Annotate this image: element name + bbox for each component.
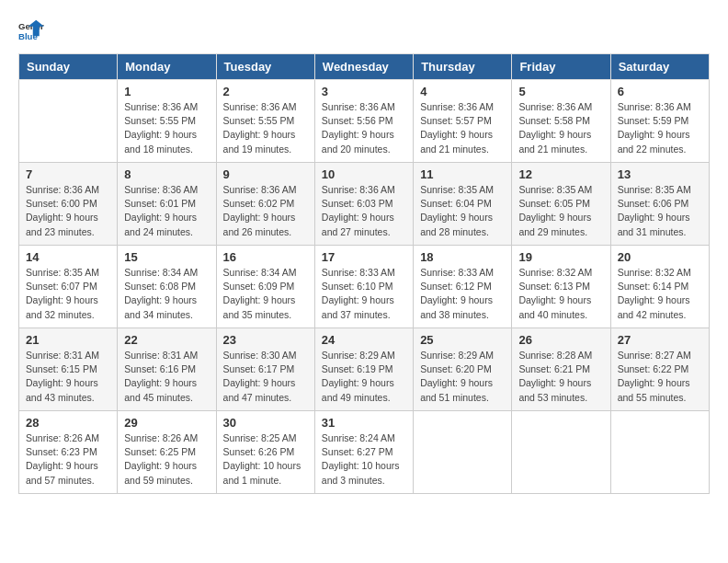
day-number: 2	[223, 85, 308, 98]
day-number: 22	[124, 333, 209, 347]
calendar-cell: 9Sunrise: 8:36 AM Sunset: 6:02 PM Daylig…	[216, 163, 314, 246]
calendar-cell: 19Sunrise: 8:32 AM Sunset: 6:13 PM Dayli…	[512, 246, 610, 328]
calendar-cell: 1Sunrise: 8:36 AM Sunset: 5:55 PM Daylig…	[118, 80, 216, 163]
day-number: 20	[618, 250, 702, 264]
calendar-cell: 12Sunrise: 8:35 AM Sunset: 6:05 PM Dayli…	[512, 163, 610, 246]
day-number: 17	[322, 250, 406, 264]
day-info: Sunrise: 8:35 AM Sunset: 6:06 PM Dayligh…	[618, 183, 702, 239]
day-info: Sunrise: 8:26 AM Sunset: 6:25 PM Dayligh…	[124, 431, 209, 488]
calendar-cell: 16Sunrise: 8:34 AM Sunset: 6:09 PM Dayli…	[216, 246, 314, 328]
day-info: Sunrise: 8:36 AM Sunset: 6:01 PM Dayligh…	[124, 183, 209, 239]
calendar-cell: 24Sunrise: 8:29 AM Sunset: 6:19 PM Dayli…	[314, 328, 413, 411]
day-info: Sunrise: 8:26 AM Sunset: 6:23 PM Dayligh…	[26, 431, 110, 488]
day-info: Sunrise: 8:36 AM Sunset: 6:03 PM Dayligh…	[322, 183, 406, 239]
day-number: 15	[124, 250, 209, 264]
day-number: 23	[223, 333, 308, 347]
day-info: Sunrise: 8:36 AM Sunset: 5:58 PM Dayligh…	[518, 100, 603, 156]
calendar-cell: 17Sunrise: 8:33 AM Sunset: 6:10 PM Dayli…	[314, 246, 413, 328]
day-info: Sunrise: 8:36 AM Sunset: 5:57 PM Dayligh…	[420, 100, 505, 156]
day-info: Sunrise: 8:33 AM Sunset: 6:10 PM Dayligh…	[322, 266, 406, 322]
logo-icon: General Blue	[18, 18, 44, 44]
header-monday: Monday	[118, 54, 216, 80]
calendar-week-3: 14Sunrise: 8:35 AM Sunset: 6:07 PM Dayli…	[19, 246, 710, 328]
calendar-cell: 26Sunrise: 8:28 AM Sunset: 6:21 PM Dayli…	[512, 328, 610, 411]
calendar-cell	[19, 80, 118, 163]
calendar-header-row: SundayMondayTuesdayWednesdayThursdayFrid…	[19, 54, 710, 80]
day-number: 18	[420, 250, 505, 264]
calendar-cell: 7Sunrise: 8:36 AM Sunset: 6:00 PM Daylig…	[19, 163, 118, 246]
calendar-cell: 6Sunrise: 8:36 AM Sunset: 5:59 PM Daylig…	[610, 80, 709, 163]
header-tuesday: Tuesday	[216, 54, 314, 80]
day-number: 4	[420, 85, 505, 98]
day-number: 24	[322, 333, 406, 347]
calendar-cell: 25Sunrise: 8:29 AM Sunset: 6:20 PM Dayli…	[414, 328, 512, 411]
day-number: 3	[322, 85, 406, 98]
calendar-cell	[512, 411, 610, 494]
day-info: Sunrise: 8:25 AM Sunset: 6:26 PM Dayligh…	[223, 431, 308, 488]
day-number: 19	[518, 250, 603, 264]
day-info: Sunrise: 8:34 AM Sunset: 6:09 PM Dayligh…	[223, 266, 308, 322]
calendar-cell: 30Sunrise: 8:25 AM Sunset: 6:26 PM Dayli…	[216, 411, 314, 494]
day-number: 26	[518, 333, 603, 347]
calendar-table: SundayMondayTuesdayWednesdayThursdayFrid…	[18, 53, 710, 494]
day-number: 28	[26, 416, 110, 430]
calendar-cell: 11Sunrise: 8:35 AM Sunset: 6:04 PM Dayli…	[414, 163, 512, 246]
calendar-cell: 4Sunrise: 8:36 AM Sunset: 5:57 PM Daylig…	[414, 80, 512, 163]
day-info: Sunrise: 8:35 AM Sunset: 6:07 PM Dayligh…	[26, 266, 110, 322]
day-number: 8	[124, 167, 209, 181]
header-sunday: Sunday	[19, 54, 118, 80]
calendar-cell: 21Sunrise: 8:31 AM Sunset: 6:15 PM Dayli…	[19, 328, 118, 411]
day-info: Sunrise: 8:31 AM Sunset: 6:16 PM Dayligh…	[124, 349, 209, 405]
day-number: 1	[124, 85, 209, 98]
day-info: Sunrise: 8:32 AM Sunset: 6:13 PM Dayligh…	[518, 266, 603, 322]
calendar-cell: 31Sunrise: 8:24 AM Sunset: 6:27 PM Dayli…	[314, 411, 413, 494]
day-number: 12	[518, 167, 603, 181]
page-header: General Blue	[18, 18, 710, 44]
day-info: Sunrise: 8:36 AM Sunset: 5:55 PM Dayligh…	[124, 100, 209, 156]
day-number: 16	[223, 250, 308, 264]
day-info: Sunrise: 8:36 AM Sunset: 5:59 PM Dayligh…	[618, 100, 702, 156]
day-number: 31	[322, 416, 406, 430]
calendar-cell	[610, 411, 709, 494]
calendar-week-4: 21Sunrise: 8:31 AM Sunset: 6:15 PM Dayli…	[19, 328, 710, 411]
day-info: Sunrise: 8:36 AM Sunset: 5:56 PM Dayligh…	[322, 100, 406, 156]
calendar-cell: 3Sunrise: 8:36 AM Sunset: 5:56 PM Daylig…	[314, 80, 413, 163]
day-info: Sunrise: 8:36 AM Sunset: 6:00 PM Dayligh…	[26, 183, 110, 239]
calendar-cell: 2Sunrise: 8:36 AM Sunset: 5:55 PM Daylig…	[216, 80, 314, 163]
day-number: 11	[420, 167, 505, 181]
header-saturday: Saturday	[610, 54, 709, 80]
header-friday: Friday	[512, 54, 610, 80]
calendar-cell	[414, 411, 512, 494]
day-number: 9	[223, 167, 308, 181]
day-info: Sunrise: 8:24 AM Sunset: 6:27 PM Dayligh…	[322, 431, 406, 488]
logo: General Blue	[18, 18, 51, 44]
day-number: 27	[618, 333, 702, 347]
day-info: Sunrise: 8:29 AM Sunset: 6:20 PM Dayligh…	[420, 349, 505, 405]
day-info: Sunrise: 8:35 AM Sunset: 6:04 PM Dayligh…	[420, 183, 505, 239]
day-number: 21	[26, 333, 110, 347]
calendar-week-5: 28Sunrise: 8:26 AM Sunset: 6:23 PM Dayli…	[19, 411, 710, 494]
calendar-cell: 27Sunrise: 8:27 AM Sunset: 6:22 PM Dayli…	[610, 328, 709, 411]
day-info: Sunrise: 8:28 AM Sunset: 6:21 PM Dayligh…	[518, 349, 603, 405]
day-info: Sunrise: 8:29 AM Sunset: 6:19 PM Dayligh…	[322, 349, 406, 405]
day-number: 7	[26, 167, 110, 181]
day-number: 6	[618, 85, 702, 98]
calendar-cell: 5Sunrise: 8:36 AM Sunset: 5:58 PM Daylig…	[512, 80, 610, 163]
calendar-cell: 10Sunrise: 8:36 AM Sunset: 6:03 PM Dayli…	[314, 163, 413, 246]
calendar-cell: 15Sunrise: 8:34 AM Sunset: 6:08 PM Dayli…	[118, 246, 216, 328]
day-info: Sunrise: 8:31 AM Sunset: 6:15 PM Dayligh…	[26, 349, 110, 405]
day-number: 5	[518, 85, 603, 98]
day-info: Sunrise: 8:36 AM Sunset: 5:55 PM Dayligh…	[223, 100, 308, 156]
day-info: Sunrise: 8:32 AM Sunset: 6:14 PM Dayligh…	[618, 266, 702, 322]
day-info: Sunrise: 8:36 AM Sunset: 6:02 PM Dayligh…	[223, 183, 308, 239]
header-wednesday: Wednesday	[314, 54, 413, 80]
header-thursday: Thursday	[414, 54, 512, 80]
day-info: Sunrise: 8:30 AM Sunset: 6:17 PM Dayligh…	[223, 349, 308, 405]
calendar-cell: 14Sunrise: 8:35 AM Sunset: 6:07 PM Dayli…	[19, 246, 118, 328]
calendar-body: 1Sunrise: 8:36 AM Sunset: 5:55 PM Daylig…	[19, 80, 710, 494]
calendar-cell: 8Sunrise: 8:36 AM Sunset: 6:01 PM Daylig…	[118, 163, 216, 246]
calendar-week-1: 1Sunrise: 8:36 AM Sunset: 5:55 PM Daylig…	[19, 80, 710, 163]
calendar-cell: 28Sunrise: 8:26 AM Sunset: 6:23 PM Dayli…	[19, 411, 118, 494]
day-number: 10	[322, 167, 406, 181]
calendar-cell: 13Sunrise: 8:35 AM Sunset: 6:06 PM Dayli…	[610, 163, 709, 246]
